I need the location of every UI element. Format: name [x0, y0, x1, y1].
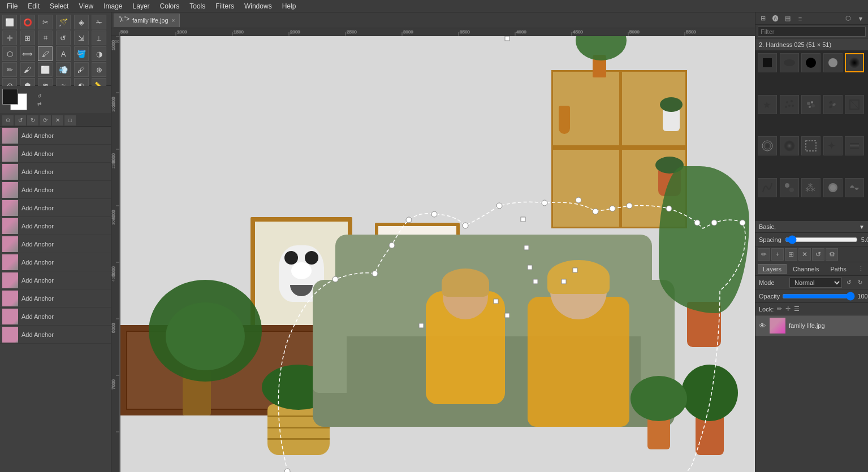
spacing-slider[interactable] [785, 236, 858, 243]
menu-layer[interactable]: Layer [128, 1, 154, 11]
lock-position-icon[interactable]: ✛ [785, 305, 791, 313]
tool-scissors[interactable]: ✁ [92, 15, 106, 29]
menu-help[interactable]: Help [278, 1, 301, 11]
brush-cell-3[interactable] [801, 53, 821, 72]
foreground-color[interactable] [2, 89, 18, 105]
history-item[interactable]: Add Anchor [0, 199, 111, 217]
brush-cell-11[interactable] [758, 136, 777, 155]
tab-close-button[interactable]: × [172, 18, 175, 24]
menu-filters[interactable]: Filters [211, 1, 239, 11]
brush-cell-7[interactable] [780, 95, 799, 114]
brush-cell-6[interactable]: ★ [758, 95, 777, 114]
tool-free-select[interactable]: ✂ [38, 15, 53, 29]
brush-cell-13[interactable] [801, 136, 821, 155]
brush-cell-5[interactable] [845, 53, 864, 72]
tool-move[interactable]: ✛ [2, 31, 17, 45]
reset-colors-icon[interactable]: ↺ [37, 93, 42, 99]
tool-airbrush[interactable]: 💨 [56, 62, 71, 77]
menu-file[interactable]: File [2, 1, 22, 11]
brush-cell-15[interactable] [845, 136, 864, 155]
mode-redo[interactable]: ↻ [856, 278, 865, 287]
history-item[interactable]: Add Anchor [0, 326, 111, 344]
brush-cell-14[interactable]: ✦ [823, 136, 843, 155]
photo-canvas[interactable]: .sel-path { fill: none; stroke: white; s… [120, 36, 755, 472]
history-tool-1[interactable]: ⊙ [2, 115, 14, 125]
history-tool-5[interactable]: ✕ [52, 115, 63, 125]
layer-visibility-icon[interactable]: 👁 [759, 322, 766, 330]
menu-tools[interactable]: Tools [185, 1, 210, 11]
brush-cell-17[interactable] [780, 178, 799, 197]
brush-cell-1[interactable] [758, 53, 777, 72]
history-item[interactable]: Add Anchor [0, 217, 111, 235]
tool-select-by-color[interactable]: ◈ [74, 15, 89, 29]
history-item[interactable]: Add Anchor [0, 181, 111, 199]
tool-eraser[interactable]: ⬜ [38, 62, 53, 77]
menu-view[interactable]: View [74, 1, 98, 11]
lock-pixels-icon[interactable]: ✏ [777, 305, 782, 313]
tool-rect-select[interactable]: ⬜ [2, 15, 17, 29]
menu-image[interactable]: Image [99, 1, 127, 11]
menu-windows[interactable]: Windows [240, 1, 277, 11]
brush-cell-16[interactable] [758, 178, 777, 197]
tool-path[interactable]: 🖊 [38, 46, 53, 61]
tool-scale[interactable]: ⇲ [74, 31, 89, 45]
brush-cell-4[interactable] [823, 53, 843, 72]
history-item[interactable]: Add Anchor [0, 289, 111, 308]
brush-filter-input[interactable] [758, 27, 866, 37]
history-item[interactable]: Add Anchor [0, 145, 111, 163]
opacity-slider[interactable] [782, 293, 855, 300]
menu-select[interactable]: Select [45, 1, 73, 11]
tool-paintbrush[interactable]: 🖌 [20, 62, 35, 77]
swap-colors-icon[interactable]: ⇄ [37, 101, 42, 107]
tool-blend[interactable]: ◑ [92, 46, 106, 61]
tool-text[interactable]: A [56, 46, 71, 61]
tool-pencil[interactable]: ✏ [2, 62, 17, 77]
mode-undo[interactable]: ↺ [844, 278, 853, 287]
brush-panel-view4[interactable]: ≡ [795, 14, 805, 24]
tool-flip[interactable]: ⟺ [20, 46, 35, 61]
tool-perspective[interactable]: ⬡ [2, 46, 17, 61]
brush-action-copy[interactable]: ⊞ [785, 248, 797, 261]
canvas-tab[interactable]: ');"> family life.jpg × [114, 14, 180, 27]
tool-crop[interactable]: ⌗ [38, 31, 53, 45]
brush-panel-menu[interactable]: ▼ [856, 14, 866, 24]
history-item[interactable]: Add Anchor [0, 308, 111, 326]
brush-cell-20[interactable] [845, 178, 864, 197]
tool-bucket-fill[interactable]: 🪣 [74, 46, 89, 61]
brush-action-new[interactable]: + [771, 248, 784, 261]
history-tool-3[interactable]: ↻ [27, 115, 38, 125]
mode-select[interactable]: Normal [789, 278, 842, 288]
brush-action-delete[interactable]: ✕ [798, 248, 811, 261]
layer-item[interactable]: 👁 family life.jpg [755, 315, 868, 336]
menu-colors[interactable]: Colors [156, 1, 184, 11]
history-item[interactable]: Add Anchor [0, 271, 111, 289]
brush-cell-8[interactable] [801, 95, 821, 114]
tab-layers[interactable]: Layers [758, 264, 787, 274]
brush-cell-19[interactable] [823, 178, 843, 197]
history-tool-4[interactable]: ⟳ [40, 115, 51, 125]
brush-cell-12[interactable] [780, 136, 799, 155]
history-item[interactable]: Add Anchor [0, 127, 111, 145]
brush-action-refresh[interactable]: ↺ [812, 248, 824, 261]
tool-shear[interactable]: ⟂ [92, 31, 106, 45]
menu-edit[interactable]: Edit [23, 1, 44, 11]
brush-panel-view3[interactable]: ▤ [783, 14, 793, 24]
tool-clone[interactable]: ⊕ [92, 62, 106, 77]
tool-rotate[interactable]: ↺ [56, 31, 71, 45]
tool-ellipse-select[interactable]: ⭕ [20, 15, 35, 29]
brush-panel-view2[interactable]: 🅐 [770, 14, 780, 24]
lock-alpha-icon[interactable]: ☰ [794, 305, 800, 313]
history-item[interactable]: Add Anchor [0, 253, 111, 271]
history-item[interactable]: Add Anchor [0, 163, 111, 181]
brush-cell-10[interactable] [845, 95, 864, 114]
tool-fuzzy-select[interactable]: 🪄 [56, 15, 71, 29]
brush-cell-9[interactable] [823, 95, 843, 114]
history-tool-6[interactable]: □ [64, 115, 76, 125]
brush-action-edit[interactable]: ✏ [758, 248, 770, 261]
canvas-wrapper[interactable]: 1000 2000 3000 4000 5000 6000 7000 000 [111, 36, 755, 472]
brush-cell-18[interactable]: ⁂ [801, 178, 821, 197]
tab-channels[interactable]: Channels [788, 264, 824, 274]
tool-align[interactable]: ⊞ [20, 31, 35, 45]
brush-category-dropdown[interactable]: ▼ [859, 224, 865, 230]
brush-panel-view1[interactable]: ⊞ [758, 14, 768, 24]
